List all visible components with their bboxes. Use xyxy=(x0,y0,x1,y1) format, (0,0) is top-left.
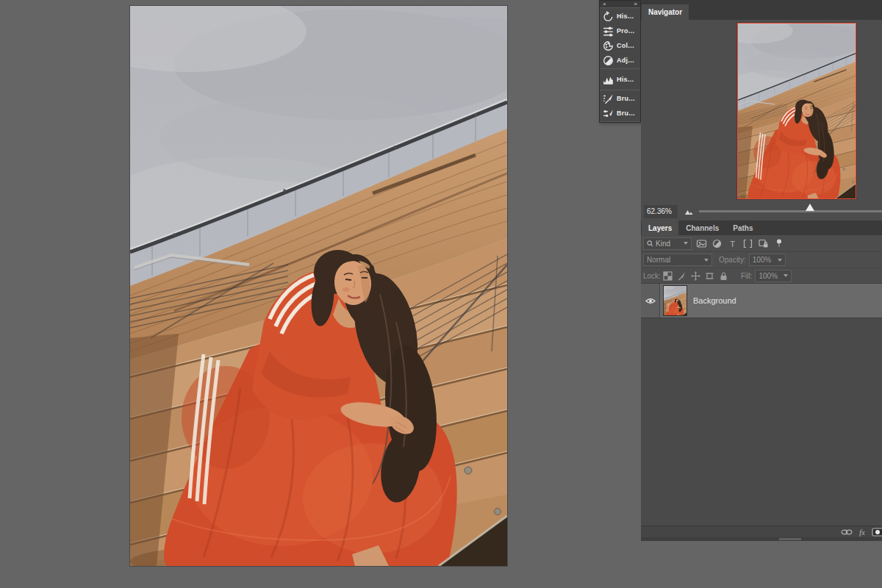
dock-group-2: His… xyxy=(600,68,640,90)
navigator-panel: Navigator 62.36% xyxy=(641,0,882,220)
dock-item-label: Bru… xyxy=(617,110,635,117)
dock-item-label: Pro… xyxy=(617,27,635,35)
dock-item-label: Bru… xyxy=(617,95,635,102)
filtering-toggle-pin[interactable] xyxy=(773,238,784,249)
dock-item-properties[interactable]: Pro… xyxy=(600,24,640,38)
layer-thumbnail-image xyxy=(664,286,686,315)
lock-pixels-button[interactable] xyxy=(677,271,686,281)
adjustments-icon xyxy=(603,55,614,66)
dock-item-histogram[interactable]: His… xyxy=(600,70,640,89)
filter-smart-objects-button[interactable] xyxy=(758,238,769,249)
zoom-slider-thumb[interactable] xyxy=(806,204,814,211)
filter-pixel-layers-button[interactable] xyxy=(696,238,707,249)
chevron-down-icon xyxy=(684,242,688,245)
fill-input[interactable]: 100% xyxy=(755,270,792,282)
lock-artboard-button[interactable] xyxy=(705,271,714,281)
color-icon xyxy=(603,40,614,51)
eye-icon xyxy=(645,298,656,304)
chevron-down-icon xyxy=(778,259,782,262)
zoom-out-icon[interactable] xyxy=(685,209,693,215)
blend-mode-dropdown[interactable]: Normal xyxy=(643,254,712,266)
dock-item-label: His… xyxy=(617,76,634,83)
lock-row: Lock: Fill: 100% xyxy=(641,268,882,283)
dock-item-brush-settings[interactable]: Bru… xyxy=(600,106,640,121)
blend-mode-row: Normal Opacity: 100% xyxy=(641,252,882,268)
navigator-body xyxy=(641,20,882,202)
properties-icon xyxy=(603,26,614,37)
histogram-icon xyxy=(603,74,614,85)
opacity-label: Opacity: xyxy=(719,256,746,264)
layer-mask-icon xyxy=(872,528,882,537)
svg-text:T: T xyxy=(730,239,735,248)
layers-footer: fx xyxy=(641,526,882,537)
layers-panel: Layers Channels Paths Kind T xyxy=(641,220,882,539)
dock-close-icon[interactable]: × xyxy=(603,1,606,7)
layers-hscrollbar-thumb[interactable] xyxy=(779,538,801,540)
dock-item-adjustments[interactable]: Adj… xyxy=(600,53,640,68)
navigator-zoom-input[interactable]: 62.36% xyxy=(644,205,678,218)
document-canvas[interactable] xyxy=(130,6,507,566)
tab-paths[interactable]: Paths xyxy=(726,220,759,235)
layer-style-button[interactable]: fx xyxy=(859,528,865,537)
opacity-value: 100% xyxy=(753,256,772,264)
lock-position-button[interactable] xyxy=(691,271,700,281)
lock-all-button[interactable] xyxy=(719,271,728,281)
navigator-thumbnail[interactable] xyxy=(737,23,856,199)
photoshop-workspace: × » His… Pro… Col… xyxy=(0,0,882,588)
layers-filter-row: Kind T xyxy=(641,235,882,252)
dock-item-brushes[interactable]: Bru… xyxy=(600,91,640,106)
add-layer-mask-button[interactable] xyxy=(872,528,882,537)
filter-kind-dropdown[interactable]: Kind xyxy=(643,237,692,250)
navigator-preview xyxy=(737,23,856,199)
filter-adjustment-layers-button[interactable] xyxy=(711,238,723,249)
link-layers-button[interactable] xyxy=(841,528,853,537)
navigator-tabbar: Navigator xyxy=(641,0,882,20)
fill-value: 100% xyxy=(759,272,778,280)
dock-group-3: Bru… Bru… xyxy=(600,90,640,122)
brushes-icon xyxy=(603,93,614,104)
panel-dock: × » His… Pro… Col… xyxy=(599,0,641,123)
dock-item-label: His… xyxy=(617,12,634,20)
opacity-input[interactable]: 100% xyxy=(749,254,786,266)
filter-shape-layers-button[interactable] xyxy=(742,238,753,249)
fill-label: Fill: xyxy=(741,272,753,280)
search-icon xyxy=(647,240,653,247)
layer-row-background[interactable]: Background xyxy=(641,284,882,318)
link-icon xyxy=(841,528,853,537)
layers-tabbar: Layers Channels Paths xyxy=(641,220,882,235)
document-photo xyxy=(130,6,507,566)
navigator-zoom-bar: 62.36% xyxy=(641,202,882,220)
dock-item-label: Col… xyxy=(617,42,634,49)
dock-group-1: His… Pro… Col… Adj… xyxy=(600,7,640,69)
filter-type-layers-button[interactable]: T xyxy=(727,238,738,249)
layer-list: Background xyxy=(641,283,882,526)
tab-navigator[interactable]: Navigator xyxy=(642,4,689,20)
lock-transparency-button[interactable] xyxy=(663,271,673,281)
layers-hscrollbar[interactable] xyxy=(641,537,882,541)
chevron-down-icon xyxy=(704,259,709,262)
tab-layers[interactable]: Layers xyxy=(642,220,678,235)
layer-name: Background xyxy=(693,296,736,305)
chevron-down-icon xyxy=(784,274,788,277)
expand-panels-icon[interactable]: » xyxy=(634,1,637,7)
filter-kind-value: Kind xyxy=(656,240,670,248)
layer-thumbnail[interactable] xyxy=(664,286,686,315)
blend-mode-value: Normal xyxy=(647,256,670,264)
layer-visibility-toggle[interactable] xyxy=(641,284,660,318)
lock-label: Lock: xyxy=(643,272,661,280)
dock-item-history[interactable]: His… xyxy=(600,9,640,24)
navigator-zoom-slider[interactable] xyxy=(699,210,882,212)
dock-item-color[interactable]: Col… xyxy=(600,38,640,53)
brush-settings-icon xyxy=(603,108,614,119)
dock-item-label: Adj… xyxy=(617,57,634,64)
tab-channels[interactable]: Channels xyxy=(679,220,725,235)
history-icon xyxy=(603,11,614,22)
